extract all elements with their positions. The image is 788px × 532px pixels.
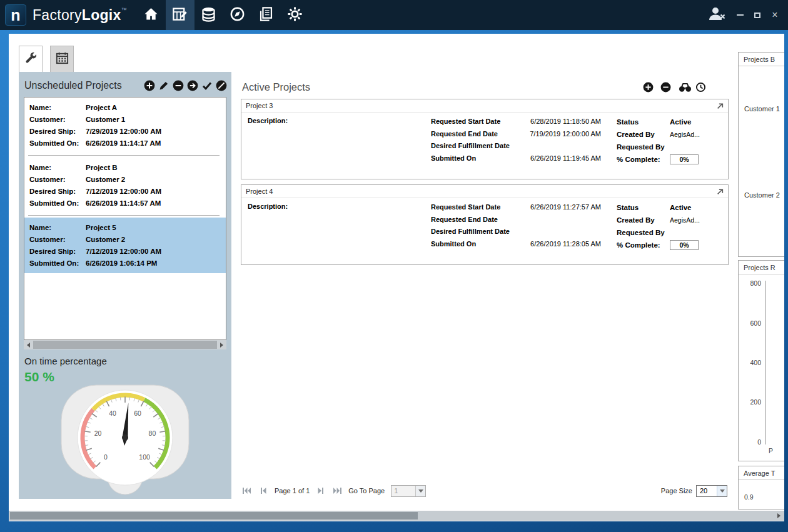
tab-scheduling-calendar[interactable] xyxy=(50,46,74,72)
y-axis-tick: 0 xyxy=(739,438,761,446)
page-size-value: 20 xyxy=(697,486,717,496)
x-axis-label: P xyxy=(769,447,773,454)
calendar-icon xyxy=(55,51,69,68)
nav-settings-button[interactable] xyxy=(281,0,310,30)
add-button[interactable] xyxy=(144,80,155,91)
y-axis-tick: 800 xyxy=(739,279,761,287)
project-card-3: Project 3 Description: Requested Start D… xyxy=(241,99,729,179)
project-card-header: Project 3 xyxy=(241,99,728,113)
find-button[interactable] xyxy=(678,82,689,93)
app-logo: n xyxy=(5,4,26,26)
first-page-button[interactable] xyxy=(242,487,252,494)
remove-button[interactable] xyxy=(173,80,184,91)
accept-button[interactable] xyxy=(201,80,213,91)
average-panel: Average T 0.9 xyxy=(738,466,784,509)
active-projects-title: Active Projects xyxy=(242,81,310,93)
unscheduled-panel: Unscheduled Projects Name:Project A Cust… xyxy=(19,72,231,499)
nav-scheduling-button[interactable] xyxy=(166,0,194,30)
user-logout-icon xyxy=(707,13,727,24)
brand: FactoryLogix™ xyxy=(33,7,127,24)
wrench-icon xyxy=(24,51,38,68)
on-time-value: 50 % xyxy=(24,369,54,384)
y-axis-tick: 0.9 xyxy=(744,493,754,501)
activate-button[interactable] xyxy=(187,80,198,91)
status-badge: Active xyxy=(670,118,692,126)
minimize-button[interactable] xyxy=(735,11,744,19)
list-item-project-5-selected[interactable]: Name:Project 5 Customer:Customer 2 Desir… xyxy=(24,218,226,273)
projects-by-customer-panel: Projects B Customer 1 Customer 2 xyxy=(738,52,784,257)
list-item-project-b[interactable]: Name:Project B Customer:Customer 2 Desir… xyxy=(24,158,226,213)
project-card-body: Description: Requested Start Date6/26/20… xyxy=(241,198,728,264)
production-icon xyxy=(229,6,246,25)
minimize-icon xyxy=(737,14,744,16)
svg-text:0: 0 xyxy=(104,453,108,461)
scroll-thumb[interactable] xyxy=(33,341,217,349)
remove-project-button[interactable] xyxy=(660,82,672,93)
expand-button[interactable] xyxy=(717,103,724,109)
unscheduled-project-list: Name:Project A Customer:Customer 1 Desir… xyxy=(24,97,226,340)
previous-page-button[interactable] xyxy=(258,487,268,494)
documents-icon xyxy=(258,6,275,25)
active-projects-toolbar xyxy=(643,82,707,93)
nav-home-button[interactable] xyxy=(137,0,166,30)
page-size-label: Page Size xyxy=(661,487,692,494)
scroll-right-arrow[interactable] xyxy=(217,340,226,349)
page-size-combobox[interactable]: 20 xyxy=(696,485,727,497)
titlebar: n FactoryLogix™ xyxy=(0,0,788,30)
materials-icon xyxy=(200,6,217,25)
project-fields: Requested Start Date6/28/2019 11:18:50 A… xyxy=(431,116,601,164)
y-axis-line xyxy=(765,281,765,444)
y-axis-tick: 200 xyxy=(739,398,761,406)
pagination-bar: Page 1 of 1 Go To Page Page Size 20 xyxy=(242,484,729,498)
project-card-body: Description: Requested Start Date6/28/20… xyxy=(241,113,728,179)
svg-text:100: 100 xyxy=(139,453,150,461)
percent-complete-box: 0% xyxy=(670,154,699,164)
expand-button[interactable] xyxy=(717,188,724,195)
percent-complete-box: 0% xyxy=(670,240,699,250)
edit-button[interactable] xyxy=(158,80,169,91)
add-project-button[interactable] xyxy=(643,82,654,93)
y-axis-tick: 400 xyxy=(739,359,761,366)
cancel-button[interactable] xyxy=(216,80,227,91)
scroll-right-arrow[interactable] xyxy=(774,511,783,520)
maximize-icon xyxy=(754,13,760,18)
window-controls: × xyxy=(707,6,788,24)
chevron-down-icon xyxy=(717,486,727,496)
maximize-button[interactable] xyxy=(753,11,762,19)
goto-page-label: Go To Page xyxy=(348,487,385,494)
page-indicator: Page 1 of 1 xyxy=(275,487,310,494)
list-horizontal-scrollbar xyxy=(24,340,226,349)
list-divider xyxy=(28,155,220,156)
home-icon xyxy=(143,6,159,25)
next-page-button[interactable] xyxy=(316,487,326,494)
chevron-down-icon xyxy=(415,486,425,496)
close-button[interactable]: × xyxy=(770,11,779,19)
on-time-label: On time percentage xyxy=(24,356,107,366)
project-fields: Requested Start Date6/26/2019 11:27:57 A… xyxy=(431,201,601,250)
svg-text:80: 80 xyxy=(149,429,156,437)
tab-tools[interactable] xyxy=(19,46,43,72)
history-button[interactable] xyxy=(695,82,707,93)
goto-page-combobox[interactable] xyxy=(391,485,426,497)
nav-production-button[interactable] xyxy=(223,0,252,30)
project-name: Project 4 xyxy=(246,188,273,195)
page-size-group: Page Size 20 xyxy=(661,485,729,497)
scroll-left-arrow[interactable] xyxy=(24,340,33,349)
user-logout-button[interactable] xyxy=(707,6,727,24)
on-time-gauge: 020406080100 xyxy=(53,380,197,501)
y-axis-tick: 600 xyxy=(739,319,761,327)
legend-item: Customer 1 xyxy=(744,105,780,113)
last-page-button[interactable] xyxy=(332,487,342,494)
binoculars-icon xyxy=(678,84,692,94)
list-item-project-a[interactable]: Name:Project A Customer:Customer 1 Desir… xyxy=(24,98,226,153)
factorylogix-window: n FactoryLogix™ xyxy=(0,0,788,532)
goto-page-input[interactable] xyxy=(391,486,415,496)
unscheduled-toolbar xyxy=(144,80,227,91)
active-projects-panel: Active Projects Project 3 Description: R… xyxy=(241,78,729,499)
scroll-thumb[interactable] xyxy=(10,512,418,519)
nav-materials-button[interactable] xyxy=(194,0,223,30)
svg-text:40: 40 xyxy=(109,409,116,417)
project-card-header: Project 4 xyxy=(241,185,728,198)
nav-documents-button[interactable] xyxy=(252,0,281,30)
unscheduled-title: Unscheduled Projects xyxy=(24,80,122,91)
